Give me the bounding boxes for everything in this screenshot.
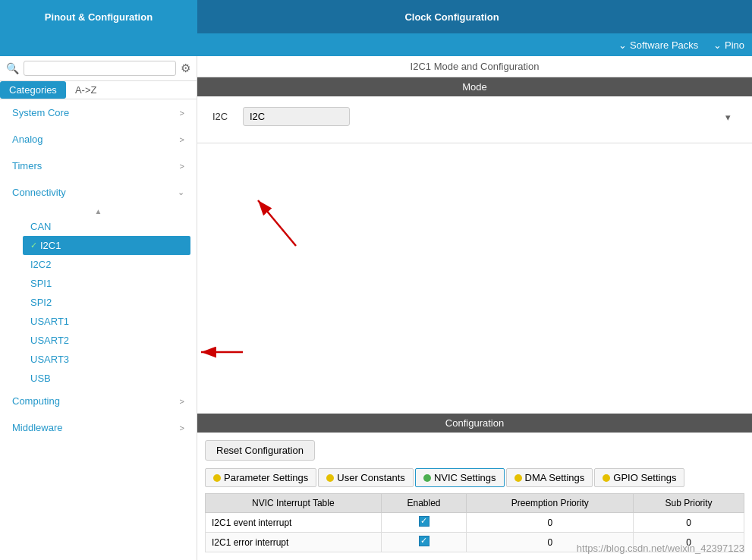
sidebar-item-usb[interactable]: USB <box>23 369 197 388</box>
mode-section: I2C I2C Disable SMBus-Alert-Mode SMBus-D… <box>197 96 752 143</box>
nvic-row1-enabled[interactable] <box>381 513 467 533</box>
header-pinout-label: Pinout & Configuration <box>45 11 153 23</box>
sidebar-item-usart2[interactable]: USART2 <box>23 331 197 350</box>
nvic-row1-preemption: 0 <box>467 513 634 533</box>
search-input[interactable] <box>24 61 176 76</box>
sidebar-item-computing[interactable]: Computing > <box>0 388 197 414</box>
sidebar: 🔍 ⚙ Categories A->Z System Core > Analog… <box>0 56 197 560</box>
mode-spacer <box>197 143 752 414</box>
header-clock-config[interactable]: Clock Configuration <box>197 0 706 33</box>
config-section: Configuration Reset Configuration Parame… <box>197 414 752 560</box>
sidebar-item-connectivity[interactable]: Connectivity ⌄ <box>0 179 197 206</box>
sidebar-item-analog[interactable]: Analog > <box>0 126 197 153</box>
chevron-right-icon: > <box>180 397 184 406</box>
table-row: I2C1 event interrupt 0 0 <box>206 513 744 533</box>
content-title: I2C1 Mode and Configuration <box>197 56 752 77</box>
tab-dma-settings[interactable]: DMA Settings <box>506 468 593 487</box>
sidebar-tab-bar: Categories A->Z <box>0 81 197 99</box>
config-tab-bar: Parameter Settings User Constants NVIC S… <box>205 468 744 487</box>
connectivity-submenu: CAN ✓ I2C1 I2C2 SPI1 SPI2 USART1 <box>0 217 197 388</box>
nvic-row2-enabled[interactable] <box>381 533 467 552</box>
dot-icon <box>514 474 522 482</box>
dot-icon <box>326 474 334 482</box>
nvic-row1-name: I2C1 event interrupt <box>206 513 382 533</box>
tab-user-constants[interactable]: User Constants <box>318 468 414 487</box>
header-pinout-config[interactable]: Pinout & Configuration <box>0 0 197 33</box>
tab-az[interactable]: A->Z <box>66 81 106 99</box>
dot-icon <box>603 474 610 482</box>
chevron-right-icon: > <box>180 135 184 144</box>
gear-icon[interactable]: ⚙ <box>181 61 190 75</box>
nvic-col-sub: Sub Priority <box>634 494 744 513</box>
header-clock-label: Clock Configuration <box>404 11 499 23</box>
tab-nvic-settings[interactable]: NVIC Settings <box>415 468 505 487</box>
dot-icon <box>213 474 221 482</box>
config-section-header: Configuration <box>197 414 752 433</box>
nvic-row2-name: I2C1 error interrupt <box>206 533 382 552</box>
sub-header-right: ⌄ Software Packs ⌄ Pino <box>197 33 752 56</box>
i2c-label: I2C <box>212 111 235 122</box>
mode-section-header: Mode <box>197 77 752 96</box>
sidebar-item-usart1[interactable]: USART1 <box>23 312 197 331</box>
software-packs-link[interactable]: ⌄ Software Packs <box>618 39 698 51</box>
tab-parameter-settings[interactable]: Parameter Settings <box>205 468 316 487</box>
i2c-mode-select[interactable]: I2C Disable SMBus-Alert-Mode SMBus-Devic… <box>243 107 350 126</box>
nvic-col-enabled: Enabled <box>381 494 467 513</box>
scroll-up-indicator: ▲ <box>0 206 197 217</box>
sidebar-item-spi2[interactable]: SPI2 <box>23 293 197 312</box>
watermark: https://blog.csdn.net/weixin_42397123 <box>577 543 744 554</box>
i2c-select-wrapper: I2C Disable SMBus-Alert-Mode SMBus-Devic… <box>243 107 737 126</box>
nvic-col-name: NVIC Interrupt Table <box>206 494 382 513</box>
search-icon: 🔍 <box>6 62 19 74</box>
config-body: Reset Configuration Parameter Settings U… <box>197 433 752 560</box>
checkbox-checked-icon[interactable] <box>419 536 429 546</box>
nvic-row1-sub: 0 <box>634 513 744 533</box>
sidebar-item-i2c2[interactable]: I2C2 <box>23 255 197 274</box>
check-icon: ✓ <box>30 241 37 250</box>
chevron-right-icon: > <box>180 423 184 433</box>
sub-header-left <box>0 33 197 56</box>
tab-gpio-settings[interactable]: GPIO Settings <box>594 468 684 487</box>
chevron-down-icon: ⌄ <box>178 187 184 197</box>
main-content: I2C1 Mode and Configuration Mode I2C I2C… <box>197 56 752 560</box>
chevron-right-icon: > <box>180 109 184 118</box>
checkbox-checked-icon[interactable] <box>419 516 429 527</box>
sidebar-search-bar: 🔍 ⚙ <box>0 56 197 81</box>
sidebar-item-system-core[interactable]: System Core > <box>0 99 197 126</box>
reset-configuration-button[interactable]: Reset Configuration <box>205 440 315 461</box>
sidebar-item-usart3[interactable]: USART3 <box>23 350 197 369</box>
dot-icon <box>423 474 431 482</box>
sidebar-item-timers[interactable]: Timers > <box>0 153 197 179</box>
sidebar-item-i2c1[interactable]: ✓ I2C1 <box>23 236 190 255</box>
pinout-link[interactable]: ⌄ Pino <box>713 39 744 51</box>
nvic-col-preemption: Preemption Priority <box>467 494 634 513</box>
sidebar-item-can[interactable]: CAN <box>23 217 197 236</box>
header-right <box>706 0 752 33</box>
i2c-mode-row: I2C I2C Disable SMBus-Alert-Mode SMBus-D… <box>212 107 737 126</box>
tab-categories[interactable]: Categories <box>0 81 66 99</box>
sidebar-item-spi1[interactable]: SPI1 <box>23 274 197 293</box>
sidebar-item-middleware[interactable]: Middleware > <box>0 414 197 441</box>
chevron-right-icon: > <box>180 162 184 171</box>
sidebar-items: System Core > Analog > Timers > Connecti… <box>0 99 197 560</box>
